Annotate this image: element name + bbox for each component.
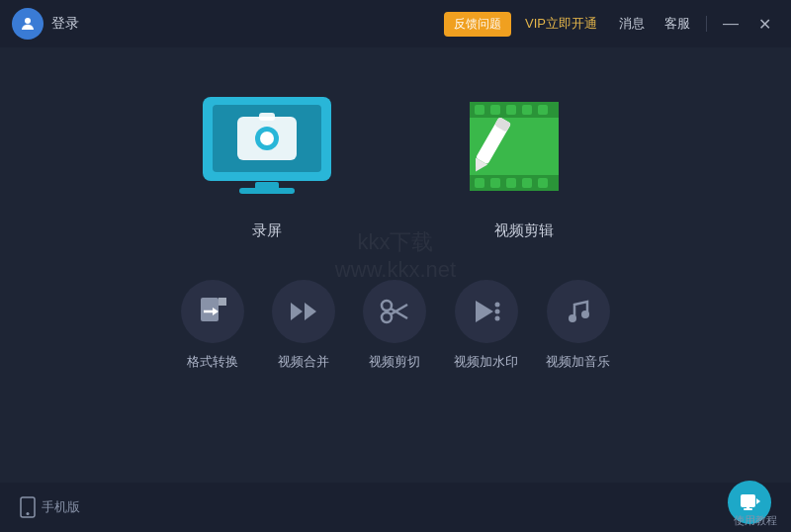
svg-rect-20 — [522, 178, 532, 188]
title-bar-right: 反馈问题 VIP立即开通 消息 客服 — ✕ — [444, 11, 779, 38]
svg-rect-27 — [219, 298, 226, 306]
svg-marker-30 — [291, 303, 303, 320]
login-button[interactable]: 登录 — [51, 15, 79, 33]
screen-record-label: 录屏 — [252, 222, 282, 240]
screen-record-feature[interactable]: 录屏 — [188, 87, 346, 240]
format-convert-label: 格式转换 — [187, 353, 238, 371]
mobile-label: 手机版 — [42, 498, 80, 516]
scissors-icon — [378, 295, 411, 328]
svg-rect-8 — [239, 188, 295, 194]
svg-rect-25 — [201, 298, 219, 321]
video-merge-icon-bg — [272, 280, 335, 343]
svg-marker-31 — [305, 303, 316, 320]
svg-point-37 — [494, 303, 499, 308]
format-convert-feature[interactable]: 格式转换 — [181, 280, 244, 371]
svg-rect-17 — [475, 178, 484, 188]
svg-point-0 — [25, 18, 31, 24]
svg-rect-16 — [538, 105, 548, 115]
avatar — [12, 8, 44, 40]
svg-rect-21 — [538, 178, 548, 188]
video-cut-feature[interactable]: 视频剪切 — [363, 280, 426, 371]
svg-point-41 — [581, 310, 589, 318]
feedback-button[interactable]: 反馈问题 — [444, 12, 511, 37]
video-edit-label: 视频剪辑 — [494, 222, 554, 240]
close-button[interactable]: ✕ — [750, 11, 779, 38]
video-music-icon-bg — [547, 280, 610, 343]
svg-marker-45 — [756, 498, 760, 504]
svg-rect-19 — [506, 178, 516, 188]
svg-rect-14 — [506, 105, 516, 115]
video-cut-label: 视频剪切 — [369, 353, 420, 371]
video-music-label: 视频加音乐 — [546, 353, 610, 371]
svg-point-38 — [494, 310, 499, 314]
mobile-icon — [20, 496, 36, 518]
divider — [706, 16, 707, 32]
svg-marker-36 — [476, 301, 493, 322]
video-music-feature[interactable]: 视频加音乐 — [546, 280, 610, 371]
tutorial-label: 使用教程 — [734, 513, 777, 528]
svg-point-5 — [260, 132, 274, 145]
svg-rect-15 — [522, 105, 532, 115]
video-edit-feature[interactable]: 视频剪辑 — [445, 87, 603, 240]
film-edit-icon — [445, 87, 603, 206]
video-watermark-icon-bg — [455, 280, 518, 343]
svg-rect-13 — [490, 105, 500, 115]
monitor-icon — [188, 87, 346, 206]
svg-rect-47 — [747, 507, 749, 510]
svg-point-33 — [382, 301, 392, 310]
video-merge-label: 视频合并 — [278, 353, 329, 371]
minimize-button[interactable]: — — [715, 11, 747, 37]
video-merge-feature[interactable]: 视频合并 — [272, 280, 335, 371]
vip-button[interactable]: VIP立即开通 — [515, 11, 607, 37]
format-convert-icon-bg — [181, 280, 244, 343]
mobile-button[interactable]: 手机版 — [20, 496, 80, 518]
service-button[interactable]: 客服 — [657, 11, 698, 37]
svg-point-32 — [382, 312, 392, 322]
svg-point-40 — [569, 314, 576, 322]
video-watermark-feature[interactable]: 视频加水印 — [454, 280, 518, 371]
music-note-icon — [562, 295, 595, 328]
tutorial-icon — [739, 491, 760, 513]
big-features-row: 录屏 — [0, 67, 791, 270]
svg-rect-44 — [741, 494, 755, 507]
file-arrow-icon — [196, 295, 229, 328]
svg-point-43 — [27, 512, 30, 515]
svg-rect-12 — [475, 105, 484, 115]
main-content: 录屏 — [0, 47, 791, 371]
svg-rect-18 — [490, 178, 500, 188]
video-watermark-label: 视频加水印 — [454, 353, 518, 371]
small-features-row: 格式转换 视频合并 — [0, 270, 791, 371]
play-merge-icon — [287, 295, 320, 328]
bottom-bar: 手机版 使用教程 — [0, 483, 791, 532]
message-button[interactable]: 消息 — [611, 11, 653, 37]
play-watermark-icon — [470, 295, 503, 328]
svg-point-39 — [494, 316, 499, 321]
svg-rect-6 — [259, 113, 275, 121]
title-bar: 登录 反馈问题 VIP立即开通 消息 客服 — ✕ — [0, 0, 791, 47]
title-bar-left: 登录 — [12, 8, 79, 40]
video-cut-icon-bg — [363, 280, 426, 343]
